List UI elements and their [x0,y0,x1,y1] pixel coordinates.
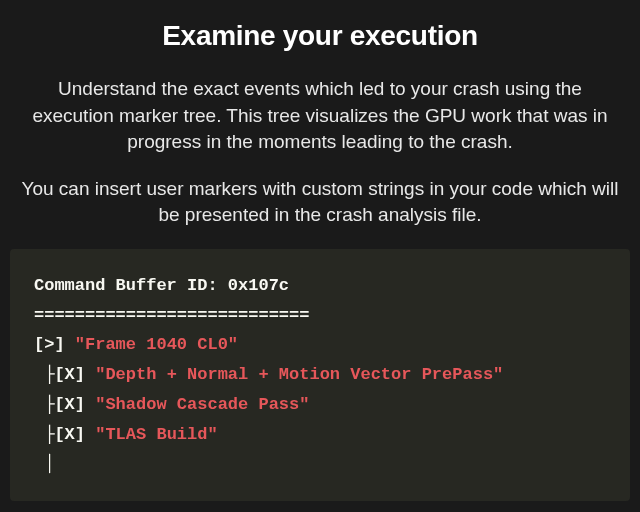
code-header-line: Command Buffer ID: 0x107c [34,271,606,301]
tree-line: [>] "Frame 1040 CL0" [34,330,606,360]
tree-line: │ [34,449,606,479]
content-container: Examine your execution Understand the ex… [0,0,640,501]
tree-marker: ├[X] [34,365,95,384]
tree-marker: ├[X] [34,425,95,444]
marker-string: "Depth + Normal + Motion Vector PrePass" [95,365,503,384]
marker-string: "Frame 1040 CL0" [75,335,238,354]
code-divider-line: =========================== [34,301,606,331]
tree-line: ├[X] "Shadow Cascade Pass" [34,390,606,420]
marker-string: "Shadow Cascade Pass" [95,395,309,414]
tree-marker: [>] [34,335,75,354]
description-paragraph-2: You can insert user markers with custom … [10,176,630,229]
tree-line: ├[X] "Depth + Normal + Motion Vector Pre… [34,360,606,390]
tree-marker: ├[X] [34,395,95,414]
code-block: Command Buffer ID: 0x107c ==============… [10,249,630,501]
marker-string: "TLAS Build" [95,425,217,444]
section-heading: Examine your execution [10,20,630,52]
tree-line: ├[X] "TLAS Build" [34,420,606,450]
description-paragraph-1: Understand the exact events which led to… [10,76,630,156]
tree-marker: │ [34,454,54,473]
